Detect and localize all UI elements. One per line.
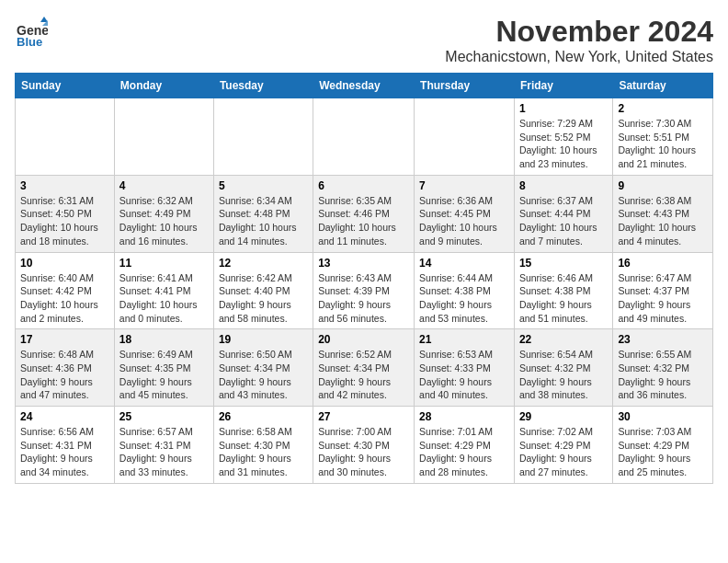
calendar-cell: 15Sunrise: 6:46 AM Sunset: 4:38 PM Dayli… [514,252,612,329]
calendar-cell: 7Sunrise: 6:36 AM Sunset: 4:45 PM Daylig… [415,175,515,252]
weekday-header: Thursday [415,74,515,98]
weekday-header-row: SundayMondayTuesdayWednesdayThursdayFrid… [16,74,713,98]
day-number: 17 [20,333,109,346]
day-info: Sunrise: 6:37 AM Sunset: 4:44 PM Dayligh… [519,194,608,248]
day-info: Sunrise: 6:48 AM Sunset: 4:36 PM Dayligh… [20,348,109,402]
day-info: Sunrise: 6:38 AM Sunset: 4:43 PM Dayligh… [618,194,708,248]
calendar-week-row: 3Sunrise: 6:31 AM Sunset: 4:50 PM Daylig… [16,175,713,252]
calendar-cell [213,98,313,176]
day-info: Sunrise: 6:35 AM Sunset: 4:46 PM Dayligh… [318,194,409,248]
calendar-cell: 25Sunrise: 6:57 AM Sunset: 4:31 PM Dayli… [114,407,213,484]
day-number: 16 [618,257,708,270]
day-number: 3 [20,179,109,192]
day-info: Sunrise: 6:57 AM Sunset: 4:31 PM Dayligh… [119,425,209,479]
calendar-cell: 14Sunrise: 6:44 AM Sunset: 4:38 PM Dayli… [415,252,515,329]
day-number: 7 [419,179,509,192]
location-title: Mechanicstown, New York, United States [445,49,713,65]
calendar-cell: 17Sunrise: 6:48 AM Sunset: 4:36 PM Dayli… [16,329,115,407]
day-info: Sunrise: 6:42 AM Sunset: 4:40 PM Dayligh… [219,271,308,326]
day-info: Sunrise: 7:00 AM Sunset: 4:30 PM Dayligh… [318,425,409,479]
calendar-cell: 3Sunrise: 6:31 AM Sunset: 4:50 PM Daylig… [16,175,115,252]
calendar-cell: 6Sunrise: 6:35 AM Sunset: 4:46 PM Daylig… [313,175,415,252]
day-number: 1 [519,102,608,115]
day-info: Sunrise: 6:34 AM Sunset: 4:48 PM Dayligh… [219,194,308,248]
calendar-cell: 2Sunrise: 7:30 AM Sunset: 5:51 PM Daylig… [613,98,713,176]
day-info: Sunrise: 6:41 AM Sunset: 4:41 PM Dayligh… [119,271,209,326]
day-info: Sunrise: 6:32 AM Sunset: 4:49 PM Dayligh… [119,194,209,248]
calendar-cell [114,98,213,176]
day-info: Sunrise: 6:40 AM Sunset: 4:42 PM Dayligh… [20,271,109,326]
calendar-cell: 20Sunrise: 6:52 AM Sunset: 4:34 PM Dayli… [313,329,415,407]
day-number: 12 [219,257,308,270]
day-info: Sunrise: 6:46 AM Sunset: 4:38 PM Dayligh… [519,271,608,326]
svg-marker-2 [40,17,48,22]
day-number: 11 [119,257,209,270]
day-number: 27 [318,410,409,423]
weekday-header: Monday [114,74,213,98]
day-number: 14 [419,257,509,270]
weekday-header: Wednesday [313,74,415,98]
calendar-week-row: 1Sunrise: 7:29 AM Sunset: 5:52 PM Daylig… [16,98,713,176]
calendar-cell [313,98,415,176]
calendar-cell [415,98,515,176]
day-number: 15 [519,257,608,270]
calendar-cell: 13Sunrise: 6:43 AM Sunset: 4:39 PM Dayli… [313,252,415,329]
day-number: 22 [519,333,608,346]
calendar-cell: 4Sunrise: 6:32 AM Sunset: 4:49 PM Daylig… [114,175,213,252]
day-number: 25 [119,410,209,423]
day-number: 10 [20,257,109,270]
day-info: Sunrise: 6:55 AM Sunset: 4:32 PM Dayligh… [618,348,708,402]
page-header: General Blue November 2024 Mechanicstown… [15,15,713,65]
calendar-cell: 23Sunrise: 6:55 AM Sunset: 4:32 PM Dayli… [613,329,713,407]
calendar-cell: 1Sunrise: 7:29 AM Sunset: 5:52 PM Daylig… [514,98,612,176]
day-number: 4 [119,179,209,192]
calendar-cell: 29Sunrise: 7:02 AM Sunset: 4:29 PM Dayli… [514,407,612,484]
calendar-cell: 27Sunrise: 7:00 AM Sunset: 4:30 PM Dayli… [313,407,415,484]
day-info: Sunrise: 6:52 AM Sunset: 4:34 PM Dayligh… [318,348,409,402]
day-number: 9 [618,179,708,192]
day-number: 28 [419,410,509,423]
day-number: 24 [20,410,109,423]
calendar-cell: 21Sunrise: 6:53 AM Sunset: 4:33 PM Dayli… [415,329,515,407]
calendar-week-row: 24Sunrise: 6:56 AM Sunset: 4:31 PM Dayli… [16,407,713,484]
calendar-cell: 16Sunrise: 6:47 AM Sunset: 4:37 PM Dayli… [613,252,713,329]
day-number: 2 [618,102,708,115]
weekday-header: Tuesday [213,74,313,98]
day-info: Sunrise: 6:43 AM Sunset: 4:39 PM Dayligh… [318,271,409,326]
day-info: Sunrise: 6:54 AM Sunset: 4:32 PM Dayligh… [519,348,608,402]
calendar-cell: 10Sunrise: 6:40 AM Sunset: 4:42 PM Dayli… [16,252,115,329]
calendar-cell: 8Sunrise: 6:37 AM Sunset: 4:44 PM Daylig… [514,175,612,252]
day-number: 21 [419,333,509,346]
logo: General Blue [15,15,48,48]
day-info: Sunrise: 6:56 AM Sunset: 4:31 PM Dayligh… [20,425,109,479]
day-number: 26 [219,410,308,423]
calendar-cell: 5Sunrise: 6:34 AM Sunset: 4:48 PM Daylig… [213,175,313,252]
day-number: 13 [318,257,409,270]
calendar-cell: 28Sunrise: 7:01 AM Sunset: 4:29 PM Dayli… [415,407,515,484]
calendar-cell: 30Sunrise: 7:03 AM Sunset: 4:29 PM Dayli… [613,407,713,484]
day-number: 23 [618,333,708,346]
day-number: 30 [618,410,708,423]
day-info: Sunrise: 6:44 AM Sunset: 4:38 PM Dayligh… [419,271,509,326]
calendar-week-row: 10Sunrise: 6:40 AM Sunset: 4:42 PM Dayli… [16,252,713,329]
day-number: 20 [318,333,409,346]
day-info: Sunrise: 6:36 AM Sunset: 4:45 PM Dayligh… [419,194,509,248]
logo-icon: General Blue [15,15,48,48]
calendar-cell: 18Sunrise: 6:49 AM Sunset: 4:35 PM Dayli… [114,329,213,407]
calendar-table: SundayMondayTuesdayWednesdayThursdayFrid… [15,73,713,484]
day-number: 19 [219,333,308,346]
day-info: Sunrise: 6:50 AM Sunset: 4:34 PM Dayligh… [219,348,308,402]
weekday-header: Saturday [613,74,713,98]
svg-text:Blue: Blue [17,35,42,48]
day-info: Sunrise: 7:30 AM Sunset: 5:51 PM Dayligh… [618,117,708,171]
day-info: Sunrise: 6:31 AM Sunset: 4:50 PM Dayligh… [20,194,109,248]
day-info: Sunrise: 6:49 AM Sunset: 4:35 PM Dayligh… [119,348,209,402]
calendar-cell: 19Sunrise: 6:50 AM Sunset: 4:34 PM Dayli… [213,329,313,407]
weekday-header: Sunday [16,74,115,98]
day-number: 6 [318,179,409,192]
day-number: 8 [519,179,608,192]
calendar-cell: 9Sunrise: 6:38 AM Sunset: 4:43 PM Daylig… [613,175,713,252]
day-info: Sunrise: 7:29 AM Sunset: 5:52 PM Dayligh… [519,117,608,171]
title-block: November 2024 Mechanicstown, New York, U… [445,15,713,65]
day-info: Sunrise: 7:01 AM Sunset: 4:29 PM Dayligh… [419,425,509,479]
